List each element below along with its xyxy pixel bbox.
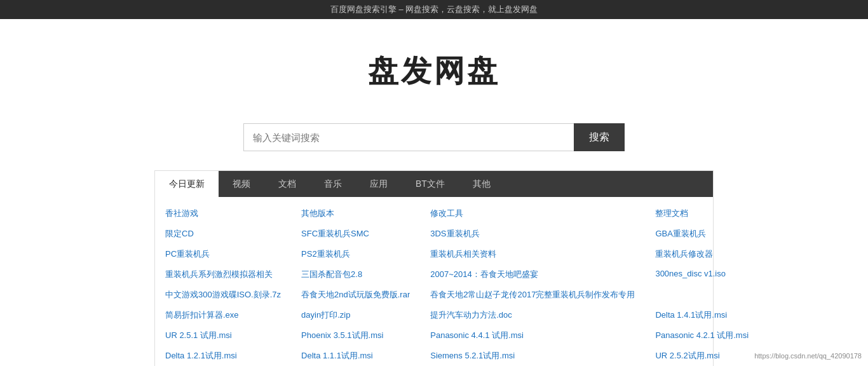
link-item[interactable]: Panasonic 4.2.1 试用.msi	[655, 330, 749, 341]
link-item[interactable]: Delta 1.4.1试用.msi	[655, 309, 749, 321]
link-item[interactable]: 限定CD	[165, 228, 281, 240]
tabs-bar: 今日更新视频文档音乐应用BT文件其他	[155, 171, 713, 197]
list-item[interactable]: Panasonic 4.4.1 试用.msi	[420, 325, 645, 346]
link-item[interactable]: 其他版本	[301, 208, 410, 219]
list-item[interactable]: 3DS重装机兵	[420, 224, 645, 244]
link-item[interactable]: Siemens 5.2.1试用.msi	[430, 350, 635, 362]
list-item[interactable]: Panasonic 4.2.1 试用.msi	[645, 325, 759, 346]
link-item[interactable]: 吞食天地2nd试玩版免费版.rar	[301, 289, 410, 301]
link-item[interactable]: Panasonic 4.4.1 试用.msi	[430, 330, 635, 341]
link-item[interactable]: SFC重装机兵SMC	[301, 228, 410, 240]
list-item[interactable]: 中文游戏300游戏碟ISO.刻录.7z	[155, 285, 291, 305]
search-area: 搜索	[0, 123, 868, 151]
list-item[interactable]: 限定CD	[155, 224, 291, 244]
link-item[interactable]: 修改工具	[430, 208, 635, 219]
list-item[interactable]: 300nes_disc v1.iso	[645, 264, 759, 285]
site-title: 盘发网盘	[0, 51, 868, 92]
list-item[interactable]: 重装机兵相关资料	[420, 244, 645, 264]
list-item[interactable]: Phoenix 3.5.1试用.msi	[291, 325, 420, 346]
list-item[interactable]: 整理文档	[645, 203, 759, 224]
list-item[interactable]: 重装机兵修改器	[645, 244, 759, 264]
list-item[interactable]: 吞食天地2nd试玩版免费版.rar	[291, 285, 420, 305]
tab-BT文件[interactable]: BT文件	[402, 171, 459, 197]
link-item[interactable]: GBA重装机兵	[655, 228, 749, 240]
list-item[interactable]: 重装机兵系列激烈模拟器相关	[155, 264, 291, 285]
list-item[interactable]: 简易折扣计算器.exe	[155, 305, 291, 325]
topbar-text: 百度网盘搜索引擎 – 网盘搜索，云盘搜索，就上盘发网盘	[330, 4, 538, 14]
link-item[interactable]: 重装机兵系列激烈模拟器相关	[165, 269, 281, 280]
main-content: 今日更新视频文档音乐应用BT文件其他 香社游戏其他版本修改工具整理文档限定CDS…	[154, 170, 714, 366]
list-item[interactable]: 提升汽车动力方法.doc	[420, 305, 645, 325]
link-item[interactable]: Phoenix 3.5.1试用.msi	[301, 330, 410, 341]
link-item[interactable]: UR 2.5.1 试用.msi	[165, 330, 281, 341]
link-item[interactable]: 简易折扣计算器.exe	[165, 309, 281, 321]
search-input[interactable]	[243, 123, 574, 151]
search-button[interactable]: 搜索	[574, 123, 625, 151]
link-item[interactable]: 2007~2014：吞食天地吧盛宴	[430, 269, 635, 280]
link-item[interactable]: dayin打印.zip	[301, 309, 410, 321]
list-item[interactable]: PC重装机兵	[155, 244, 291, 264]
link-item[interactable]: 整理文档	[655, 208, 749, 219]
list-item[interactable]: dayin打印.zip	[291, 305, 420, 325]
watermark-text: https://blog.csdn.net/qq_42090178	[754, 352, 862, 360]
links-grid: 香社游戏其他版本修改工具整理文档限定CDSFC重装机兵SMC3DS重装机兵GBA…	[155, 197, 713, 366]
link-item[interactable]: 重装机兵修改器	[655, 248, 749, 260]
tab-应用[interactable]: 应用	[356, 171, 402, 197]
link-item[interactable]: PC重装机兵	[165, 248, 281, 260]
list-item[interactable]: 三国杀配音包2.8	[291, 264, 420, 285]
link-item[interactable]: 三国杀配音包2.8	[301, 269, 410, 280]
list-item[interactable]: 吞食天地2常山赵子龙传2017完整重装机兵制作发布专用	[420, 285, 645, 305]
list-item[interactable]: 香社游戏	[155, 203, 291, 224]
link-item[interactable]: 吞食天地2常山赵子龙传2017完整重装机兵制作发布专用	[430, 289, 635, 301]
list-item[interactable]: Delta 1.1.1试用.msi	[291, 346, 420, 366]
link-item[interactable]: UR 2.5.2试用.msi	[655, 350, 749, 362]
list-item[interactable]: 修改工具	[420, 203, 645, 224]
link-item[interactable]: 提升汽车动力方法.doc	[430, 309, 635, 321]
link-item[interactable]: PS2重装机兵	[301, 248, 410, 260]
list-item[interactable]: SFC重装机兵SMC	[291, 224, 420, 244]
link-item[interactable]: Delta 1.2.1试用.msi	[165, 350, 281, 362]
list-item[interactable]: 2007~2014：吞食天地吧盛宴	[420, 264, 645, 285]
topbar: 百度网盘搜索引擎 – 网盘搜索，云盘搜索，就上盘发网盘	[0, 0, 868, 19]
list-item[interactable]: Delta 1.4.1试用.msi	[645, 305, 759, 325]
list-item[interactable]: PS2重装机兵	[291, 244, 420, 264]
watermark: https://blog.csdn.net/qq_42090178	[754, 352, 862, 360]
link-item[interactable]: 重装机兵相关资料	[430, 248, 635, 260]
tab-文档[interactable]: 文档	[264, 171, 310, 197]
link-item[interactable]: 香社游戏	[165, 208, 281, 219]
hero-section: 盘发网盘	[0, 19, 868, 111]
list-item[interactable]: UR 2.5.2试用.msi	[645, 346, 759, 366]
list-item[interactable]: Delta 1.2.1试用.msi	[155, 346, 291, 366]
tab-音乐[interactable]: 音乐	[310, 171, 356, 197]
link-item[interactable]: 中文游戏300游戏碟ISO.刻录.7z	[165, 289, 281, 301]
link-item[interactable]: Delta 1.1.1试用.msi	[301, 350, 410, 362]
list-item[interactable]: UR 2.5.1 试用.msi	[155, 325, 291, 346]
list-item	[645, 285, 759, 305]
list-item[interactable]: Siemens 5.2.1试用.msi	[420, 346, 645, 366]
list-item[interactable]: 其他版本	[291, 203, 420, 224]
tab-今日更新[interactable]: 今日更新	[155, 171, 219, 197]
link-item[interactable]: 3DS重装机兵	[430, 228, 635, 240]
tab-视频[interactable]: 视频	[219, 171, 264, 197]
link-item[interactable]: 300nes_disc v1.iso	[655, 269, 749, 278]
tab-其他[interactable]: 其他	[459, 171, 505, 197]
list-item[interactable]: GBA重装机兵	[645, 224, 759, 244]
